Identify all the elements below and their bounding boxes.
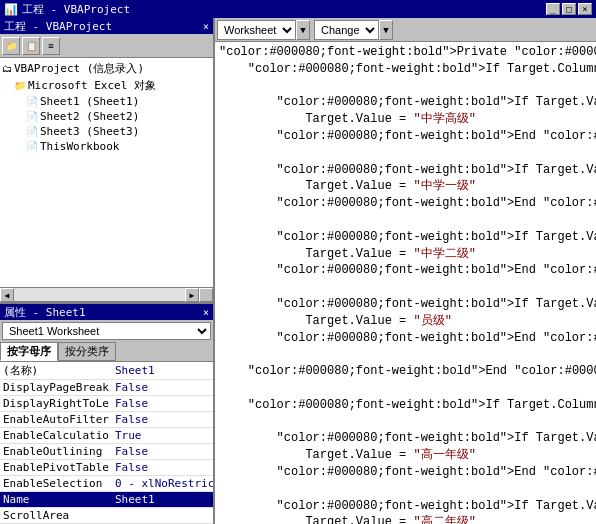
code-line: "color:#000080;font-weight:bold">End "co… (219, 330, 596, 347)
vba-tree: 🗂 VBAProject (信息录入) 📁 Microsoft Excel 对象… (0, 58, 213, 287)
code-line: Target.Value = "中学高级" (219, 111, 596, 128)
prop-name: DisplayRightToLe (0, 396, 112, 412)
code-toolbar: Worksheet ▼ Change ▼ (215, 18, 596, 42)
prop-value: False (112, 460, 213, 476)
tree-item-sheet1[interactable]: 📄 Sheet1 (Sheet1) (2, 94, 211, 109)
code-line: "color:#000080;font-weight:bold">If Targ… (219, 296, 596, 313)
sheet-icon-3: 📄 (26, 126, 38, 137)
maximize-button[interactable]: □ (562, 3, 576, 15)
sheet-icon-2: 📄 (26, 111, 38, 122)
props-close[interactable]: × (203, 307, 209, 318)
prop-name: EnableOutlining (0, 444, 112, 460)
code-line (219, 212, 596, 229)
tree-item-vbaproject[interactable]: 🗂 VBAProject (信息录入) (2, 60, 211, 77)
vba-scrollbar: ◀ ▶ (0, 287, 213, 301)
props-tabs: 按字母序 按分类序 (0, 342, 213, 362)
folder-icon-2: 📁 (14, 80, 26, 91)
scroll-left-btn[interactable]: ◀ (0, 288, 14, 302)
code-line (219, 279, 596, 296)
close-button[interactable]: × (578, 3, 592, 15)
code-line (219, 481, 596, 498)
code-line: "color:#000080;font-weight:bold">End "co… (219, 195, 596, 212)
prop-name: EnablePivotTable (0, 460, 112, 476)
tree-label-5: Sheet3 (Sheet3) (40, 125, 139, 138)
workbook-icon: 📄 (26, 141, 38, 152)
minimize-button[interactable]: _ (546, 3, 560, 15)
code-line (219, 380, 596, 397)
vba-project-panel: 工程 - VBAProject × 📁 📋 ≡ 🗂 VBAProject (信息… (0, 18, 213, 304)
code-line: Target.Value = "高一年级" (219, 447, 596, 464)
prop-value: False (112, 412, 213, 428)
sheet-icon-1: 📄 (26, 96, 38, 107)
prop-name: ScrollArea (0, 508, 112, 524)
left-panel: 工程 - VBAProject × 📁 📋 ≡ 🗂 VBAProject (信息… (0, 18, 215, 524)
props-row[interactable]: EnableAutoFilterFalse (0, 412, 213, 428)
toolbar-btn-3[interactable]: ≡ (42, 37, 60, 55)
tab-alphabetical[interactable]: 按字母序 (0, 342, 58, 361)
props-row[interactable]: EnableOutliningFalse (0, 444, 213, 460)
prop-value: Sheet1 (112, 492, 213, 508)
code-line: "color:#000080;font-weight:bold">If Targ… (219, 61, 596, 78)
tree-item-thisworkbook[interactable]: 📄 ThisWorkbook (2, 139, 211, 154)
app-icon: 📊 (4, 3, 18, 16)
code-line: "color:#000080;font-weight:bold">If Targ… (219, 229, 596, 246)
prop-value: 0 - xlNoRestric (112, 476, 213, 492)
props-header: 属性 - Sheet1 × (0, 304, 213, 320)
title-bar: 📊 工程 - VBAProject _ □ × (0, 0, 596, 18)
code-line: "color:#000080;font-weight:bold">End "co… (219, 363, 596, 380)
right-panel: Worksheet ▼ Change ▼ "color:#000080;font… (215, 18, 596, 524)
title-text: 工程 - VBAProject (22, 2, 130, 17)
prop-value: Sheet1 (112, 362, 213, 380)
props-row[interactable]: DisplayRightToLeFalse (0, 396, 213, 412)
change-dropdown[interactable]: Change (314, 20, 379, 40)
tab-categorical[interactable]: 按分类序 (58, 342, 116, 361)
tree-label: VBAProject (信息录入) (14, 61, 144, 76)
code-line: Target.Value = "中学二级" (219, 246, 596, 263)
code-line: Target.Value = "员级" (219, 313, 596, 330)
tree-label-2: Microsoft Excel 对象 (28, 78, 156, 93)
props-row[interactable]: (名称)Sheet1 (0, 362, 213, 380)
prop-name: Name (0, 492, 112, 508)
code-line: "color:#000080;font-weight:bold">If Targ… (219, 498, 596, 515)
props-row[interactable]: ScrollArea (0, 508, 213, 524)
code-line: "color:#000080;font-weight:bold">End "co… (219, 464, 596, 481)
scroll-corner (199, 288, 213, 302)
tree-label-6: ThisWorkbook (40, 140, 119, 153)
props-selector[interactable]: Sheet1 Worksheet (2, 322, 211, 340)
scroll-track-h[interactable] (14, 288, 185, 301)
prop-value: False (112, 396, 213, 412)
props-row[interactable]: EnableCalculatioTrue (0, 428, 213, 444)
props-row[interactable]: DisplayPageBreakFalse (0, 380, 213, 396)
prop-value: True (112, 428, 213, 444)
vba-toolbar: 📁 📋 ≡ (0, 34, 213, 58)
code-line: Target.Value = "中学一级" (219, 178, 596, 195)
code-line (219, 414, 596, 431)
folder-icon: 🗂 (2, 63, 12, 74)
code-line: "color:#000080;font-weight:bold">End "co… (219, 128, 596, 145)
props-row[interactable]: EnableSelection0 - xlNoRestric (0, 476, 213, 492)
code-line: "color:#000080;font-weight:bold">End "co… (219, 262, 596, 279)
vba-panel-titlebar: 工程 - VBAProject × (0, 18, 213, 34)
tree-item-sheet3[interactable]: 📄 Sheet3 (Sheet3) (2, 124, 211, 139)
code-editor-area[interactable]: "color:#000080;font-weight:bold">Private… (215, 42, 596, 524)
tree-item-sheet2[interactable]: 📄 Sheet2 (Sheet2) (2, 109, 211, 124)
props-row[interactable]: EnablePivotTableFalse (0, 460, 213, 476)
tree-label-3: Sheet1 (Sheet1) (40, 95, 139, 108)
toolbar-btn-1[interactable]: 📁 (2, 37, 20, 55)
prop-name: EnableAutoFilter (0, 412, 112, 428)
toolbar-btn-2[interactable]: 📋 (22, 37, 40, 55)
props-table: (名称)Sheet1DisplayPageBreakFalseDisplayRi… (0, 362, 213, 524)
scroll-right-btn[interactable]: ▶ (185, 288, 199, 302)
code-line: "color:#000080;font-weight:bold">If Targ… (219, 397, 596, 414)
prop-name: EnableCalculatio (0, 428, 112, 444)
props-row[interactable]: NameSheet1 (0, 492, 213, 508)
code-line: "color:#000080;font-weight:bold">Private… (219, 44, 596, 61)
worksheet-dropdown-arrow[interactable]: ▼ (296, 20, 310, 40)
code-line (219, 78, 596, 95)
worksheet-dropdown[interactable]: Worksheet (217, 20, 296, 40)
vba-panel-close[interactable]: × (203, 21, 209, 32)
tree-item-excel-objects[interactable]: 📁 Microsoft Excel 对象 (2, 77, 211, 94)
code-line: Target.Value = "高二年级" (219, 514, 596, 524)
change-dropdown-arrow[interactable]: ▼ (379, 20, 393, 40)
code-line: "color:#000080;font-weight:bold">If Targ… (219, 430, 596, 447)
